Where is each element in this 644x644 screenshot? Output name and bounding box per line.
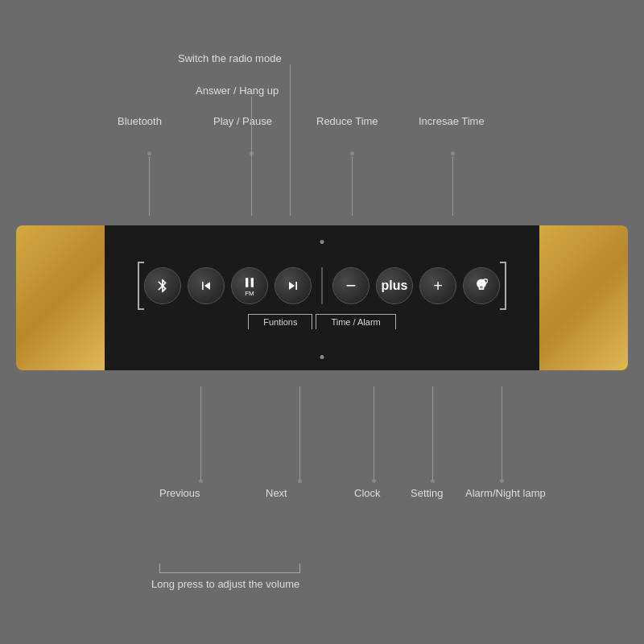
previous-label: Previous [159,487,200,499]
clock-bottom-dot [372,479,376,483]
fm-text: FM [245,291,254,297]
alarm-night-bottom-dot [500,479,504,483]
bluetooth-dot [147,151,151,155]
play-pause-label: Play / Pause [213,115,272,127]
alarm-lamp-icon [473,278,489,294]
long-press-bracket [159,564,300,573]
setting-bottom-dot [431,479,435,483]
switch-radio-label: Switch the radio mode [178,52,282,64]
playpause-dot [250,151,254,155]
alarm-lamp-button[interactable] [463,267,500,304]
answer-line [251,97,252,216]
increasetime-line [452,156,453,216]
reducetime-line [352,156,353,216]
play-fm-button[interactable]: FM [231,267,268,304]
bluetooth-line [149,156,150,216]
clock-label: Clock [354,487,381,499]
previous-bottom-line [200,386,201,479]
left-bracket [138,262,144,310]
setting-label: Setting [411,487,443,499]
playpause-line [251,156,252,216]
long-press-label: Long press to adjust the volume [151,578,299,590]
increasetime-dot [451,151,455,155]
increase-time-label: Incresae Time [419,115,485,127]
mode-icon: plus [382,279,408,293]
center-bottom-dot [320,355,324,359]
speaker-left [16,225,105,370]
center-panel: FM − plus + [105,225,539,370]
reducetime-dot [350,151,354,155]
reduce-time-label: Reduce Time [316,115,378,127]
right-bracket [500,262,506,310]
minus-icon: − [346,277,357,295]
switchradio-line [290,64,291,216]
center-top-dot [320,240,324,244]
previous-bottom-dot [199,479,203,483]
plus-button[interactable]: + [419,267,456,304]
functions-label: Funtions [248,314,312,329]
mode-button[interactable]: plus [376,267,413,304]
bluetooth-button[interactable] [144,267,181,304]
labels-row: Funtions Time / Alarm [105,314,539,329]
minus-button[interactable]: − [332,267,369,304]
setting-bottom-line [432,386,433,479]
time-alarm-label: Time / Alarm [316,314,395,329]
device: FM − plus + [0,209,644,386]
bluetooth-label: Bluetooth [118,115,162,127]
clock-bottom-line [374,386,374,479]
next-bottom-line [299,386,300,479]
alarm-night-bottom-line [502,386,502,479]
plus-icon: + [433,278,443,294]
bluetooth-icon [155,278,171,294]
next-bottom-dot [298,479,302,483]
previous-icon [198,278,214,294]
speaker-right [539,225,628,370]
divider [321,267,323,304]
next-label: Next [266,487,287,499]
buttons-row: FM − plus + [144,267,500,304]
play-fm-icon [242,275,258,291]
previous-button[interactable] [188,267,225,304]
next-icon [285,278,301,294]
answer-hangup-label: Answer / Hang up [196,85,279,97]
next-button[interactable] [275,267,312,304]
alarm-night-label: Alarm/Night lamp [465,487,546,499]
